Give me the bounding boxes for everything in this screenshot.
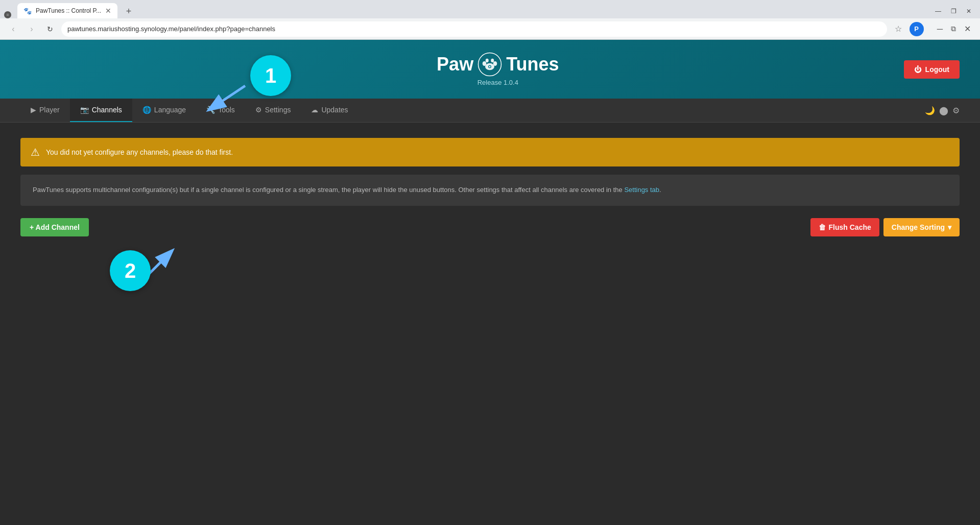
svg-point-3 bbox=[493, 61, 497, 66]
info-box: PawTunes supports multichannel configura… bbox=[20, 175, 960, 206]
app-name-part1: Paw bbox=[437, 54, 473, 75]
logout-icon: ⏻ bbox=[914, 65, 921, 74]
moon-icon[interactable]: 🌙 bbox=[925, 106, 935, 115]
main-content: ⚠ You did not yet configure any channels… bbox=[0, 123, 980, 429]
warning-banner: ⚠ You did not yet configure any channels… bbox=[20, 138, 960, 166]
app-version: Release 1.0.4 bbox=[477, 79, 518, 86]
browser-tab[interactable]: 🐾 PawTunes :: Control P... ✕ bbox=[17, 3, 117, 18]
svg-point-5 bbox=[491, 59, 494, 63]
bookmark-button[interactable]: ☆ bbox=[891, 22, 905, 36]
nav-item-tools[interactable]: 🔧 Tools bbox=[196, 99, 245, 122]
channels-nav-icon: 📷 bbox=[80, 106, 89, 114]
app-name-part2: Tunes bbox=[506, 54, 559, 75]
logout-button[interactable]: ⏻ Logout bbox=[904, 60, 960, 79]
window-close-btn2[interactable]: ✕ bbox=[961, 23, 974, 35]
window-minimize-button[interactable]: — bbox=[931, 6, 945, 16]
nav-item-settings[interactable]: ⚙ Settings bbox=[245, 99, 301, 122]
chrome-menu-icon: ≡ bbox=[4, 11, 11, 18]
flush-icon: 🗑 bbox=[819, 223, 826, 231]
change-sorting-button[interactable]: Change Sorting ▾ bbox=[883, 218, 960, 236]
new-tab-button[interactable]: + bbox=[122, 4, 136, 18]
nav-item-language[interactable]: 🌐 Language bbox=[132, 99, 196, 122]
window-close-button[interactable]: ✕ bbox=[962, 6, 976, 16]
updates-nav-icon: ☁ bbox=[311, 106, 318, 114]
back-button[interactable]: ‹ bbox=[6, 22, 20, 36]
chevron-down-icon: ▾ bbox=[948, 223, 951, 231]
language-nav-icon: 🌐 bbox=[142, 106, 151, 114]
tools-nav-icon: 🔧 bbox=[206, 106, 215, 114]
svg-point-4 bbox=[486, 59, 489, 63]
gear-icon[interactable]: ⚙ bbox=[952, 106, 960, 115]
window-restore-btn2[interactable]: ⧉ bbox=[948, 23, 959, 35]
nav-item-channels[interactable]: 📷 Channels bbox=[70, 99, 132, 122]
settings-nav-icon: ⚙ bbox=[255, 106, 262, 114]
app-logo: Paw Tunes Release 1.0.4 bbox=[437, 52, 559, 86]
nav-item-player[interactable]: ▶ Player bbox=[20, 99, 70, 122]
warning-text: You did not yet configure any channels, … bbox=[46, 148, 233, 156]
tab-title: PawTunes :: Control P... bbox=[36, 7, 101, 14]
app-header: Paw Tunes Release 1.0.4 ⏻ bbox=[0, 40, 980, 99]
address-bar[interactable] bbox=[61, 21, 887, 37]
svg-point-2 bbox=[483, 61, 487, 66]
info-text: PawTunes supports multichannel configura… bbox=[33, 185, 947, 196]
reload-button[interactable]: ↻ bbox=[43, 22, 57, 36]
tab-favicon: 🐾 bbox=[23, 7, 32, 15]
warning-icon: ⚠ bbox=[31, 146, 40, 158]
paw-logo-icon bbox=[477, 52, 502, 77]
player-nav-icon: ▶ bbox=[31, 106, 36, 114]
right-actions: 🗑 Flush Cache Change Sorting ▾ bbox=[810, 218, 960, 236]
profile-button[interactable]: P bbox=[910, 22, 924, 36]
settings-tab-link[interactable]: Settings tab bbox=[624, 186, 659, 194]
window-restore-button[interactable]: ❐ bbox=[946, 6, 961, 16]
flush-cache-button[interactable]: 🗑 Flush Cache bbox=[810, 218, 879, 236]
add-channel-button[interactable]: + Add Channel bbox=[20, 218, 89, 236]
nav-item-updates[interactable]: ☁ Updates bbox=[301, 99, 358, 122]
svg-point-7 bbox=[489, 66, 491, 67]
action-bar: + Add Channel 🗑 Flush Cache Change Sorti… bbox=[20, 218, 960, 236]
tab-close-button[interactable]: ✕ bbox=[105, 7, 111, 14]
app-nav: ▶ Player 📷 Channels 🌐 Language 🔧 Tools ⚙… bbox=[0, 99, 980, 123]
window-minimize-btn2[interactable]: ─ bbox=[934, 23, 946, 35]
forward-button[interactable]: › bbox=[25, 22, 39, 36]
theme-toggle-icon[interactable]: ⬤ bbox=[939, 106, 948, 115]
